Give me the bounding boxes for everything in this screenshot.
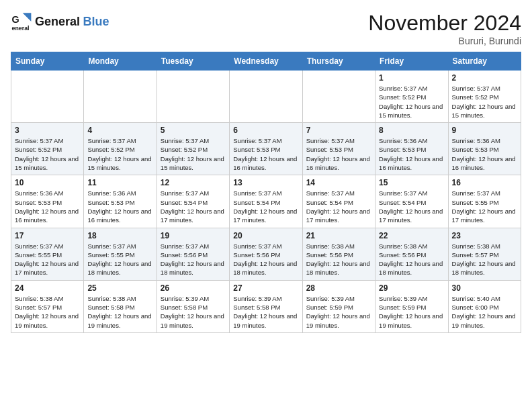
calendar-day-cell: 4Sunrise: 5:37 AMSunset: 5:52 PMDaylight… bbox=[84, 123, 157, 175]
header-monday: Monday bbox=[84, 52, 157, 71]
day-info: Sunrise: 5:39 AMSunset: 5:58 PMDaylight:… bbox=[161, 294, 226, 330]
logo: G eneral General Blue bbox=[11, 11, 109, 32]
day-number: 13 bbox=[233, 178, 298, 187]
calendar-day-cell: 16Sunrise: 5:37 AMSunset: 5:55 PMDayligh… bbox=[448, 175, 521, 228]
calendar-day-cell: 21Sunrise: 5:38 AMSunset: 5:56 PMDayligh… bbox=[302, 228, 375, 280]
day-info: Sunrise: 5:37 AMSunset: 5:56 PMDaylight:… bbox=[161, 242, 226, 277]
day-info: Sunrise: 5:38 AMSunset: 5:57 PMDaylight:… bbox=[15, 294, 80, 330]
calendar-day-cell: 26Sunrise: 5:39 AMSunset: 5:58 PMDayligh… bbox=[157, 280, 229, 332]
day-info: Sunrise: 5:37 AMSunset: 5:52 PMDaylight:… bbox=[379, 84, 444, 120]
header-thursday: Thursday bbox=[302, 52, 375, 71]
day-info: Sunrise: 5:37 AMSunset: 5:54 PMDaylight:… bbox=[306, 189, 371, 224]
day-info: Sunrise: 5:38 AMSunset: 5:58 PMDaylight:… bbox=[87, 294, 152, 330]
title-block: November 2024 Bururi, Burundi bbox=[368, 11, 521, 46]
calendar-day-cell: 19Sunrise: 5:37 AMSunset: 5:56 PMDayligh… bbox=[157, 228, 229, 280]
day-number: 1 bbox=[379, 73, 444, 83]
calendar-day-cell: 28Sunrise: 5:39 AMSunset: 5:59 PMDayligh… bbox=[302, 280, 375, 332]
calendar-day-cell: 2Sunrise: 5:37 AMSunset: 5:52 PMDaylight… bbox=[448, 71, 521, 123]
day-info: Sunrise: 5:37 AMSunset: 5:52 PMDaylight:… bbox=[15, 136, 80, 172]
day-number: 9 bbox=[452, 126, 517, 135]
month-title: November 2024 bbox=[368, 11, 521, 36]
day-number: 30 bbox=[452, 283, 517, 293]
day-info: Sunrise: 5:36 AMSunset: 5:53 PMDaylight:… bbox=[379, 136, 444, 172]
day-number: 22 bbox=[379, 231, 444, 240]
day-number: 16 bbox=[452, 178, 517, 187]
calendar-day-cell: 22Sunrise: 5:38 AMSunset: 5:56 PMDayligh… bbox=[375, 228, 448, 280]
day-info: Sunrise: 5:36 AMSunset: 5:53 PMDaylight:… bbox=[452, 136, 517, 172]
day-number: 14 bbox=[306, 178, 371, 187]
day-number: 8 bbox=[379, 126, 444, 135]
day-number: 17 bbox=[15, 231, 80, 240]
calendar-day-cell bbox=[11, 71, 84, 123]
logo-icon: G eneral bbox=[11, 11, 32, 32]
day-number: 19 bbox=[161, 231, 226, 240]
calendar-day-cell: 23Sunrise: 5:38 AMSunset: 5:57 PMDayligh… bbox=[448, 228, 521, 280]
calendar-day-cell: 25Sunrise: 5:38 AMSunset: 5:58 PMDayligh… bbox=[84, 280, 157, 332]
day-info: Sunrise: 5:37 AMSunset: 5:55 PMDaylight:… bbox=[452, 189, 517, 224]
day-info: Sunrise: 5:37 AMSunset: 5:54 PMDaylight:… bbox=[233, 189, 298, 224]
day-number: 10 bbox=[15, 178, 80, 187]
day-number: 5 bbox=[161, 126, 226, 135]
calendar-day-cell: 10Sunrise: 5:36 AMSunset: 5:53 PMDayligh… bbox=[11, 175, 84, 228]
day-number: 29 bbox=[379, 283, 444, 293]
calendar-table: Sunday Monday Tuesday Wednesday Thursday… bbox=[11, 52, 521, 333]
calendar-week-row: 1Sunrise: 5:37 AMSunset: 5:52 PMDaylight… bbox=[11, 71, 521, 123]
day-info: Sunrise: 5:36 AMSunset: 5:53 PMDaylight:… bbox=[15, 189, 80, 224]
day-info: Sunrise: 5:39 AMSunset: 5:58 PMDaylight:… bbox=[233, 294, 298, 330]
day-number: 25 bbox=[87, 283, 152, 293]
logo-line1: General bbox=[35, 15, 80, 28]
day-info: Sunrise: 5:39 AMSunset: 5:59 PMDaylight:… bbox=[306, 294, 371, 330]
header-tuesday: Tuesday bbox=[157, 52, 229, 71]
day-info: Sunrise: 5:37 AMSunset: 5:55 PMDaylight:… bbox=[87, 242, 152, 277]
day-number: 23 bbox=[452, 231, 517, 240]
calendar-day-cell: 11Sunrise: 5:36 AMSunset: 5:53 PMDayligh… bbox=[84, 175, 157, 228]
day-info: Sunrise: 5:37 AMSunset: 5:52 PMDaylight:… bbox=[452, 84, 517, 120]
day-number: 18 bbox=[87, 231, 152, 240]
location: Bururi, Burundi bbox=[368, 36, 521, 46]
calendar-week-row: 17Sunrise: 5:37 AMSunset: 5:55 PMDayligh… bbox=[11, 228, 521, 280]
calendar-day-cell bbox=[302, 71, 375, 123]
page-header: G eneral General Blue November 2024 Buru… bbox=[11, 11, 521, 46]
day-info: Sunrise: 5:38 AMSunset: 5:56 PMDaylight:… bbox=[306, 242, 371, 277]
calendar-day-cell: 14Sunrise: 5:37 AMSunset: 5:54 PMDayligh… bbox=[302, 175, 375, 228]
logo-text: General Blue bbox=[35, 15, 109, 29]
day-info: Sunrise: 5:40 AMSunset: 6:00 PMDaylight:… bbox=[452, 294, 517, 330]
day-info: Sunrise: 5:37 AMSunset: 5:53 PMDaylight:… bbox=[306, 136, 371, 172]
day-number: 11 bbox=[87, 178, 152, 187]
header-saturday: Saturday bbox=[448, 52, 521, 71]
day-number: 2 bbox=[452, 73, 517, 83]
calendar-day-cell: 29Sunrise: 5:39 AMSunset: 5:59 PMDayligh… bbox=[375, 280, 448, 332]
calendar-week-row: 3Sunrise: 5:37 AMSunset: 5:52 PMDaylight… bbox=[11, 123, 521, 175]
day-number: 21 bbox=[306, 231, 371, 240]
day-number: 20 bbox=[233, 231, 298, 240]
day-number: 26 bbox=[161, 283, 226, 293]
day-info: Sunrise: 5:37 AMSunset: 5:54 PMDaylight:… bbox=[379, 189, 444, 224]
day-info: Sunrise: 5:39 AMSunset: 5:59 PMDaylight:… bbox=[379, 294, 444, 330]
calendar-day-cell bbox=[230, 71, 302, 123]
day-info: Sunrise: 5:37 AMSunset: 5:52 PMDaylight:… bbox=[87, 136, 152, 172]
calendar-header-row: Sunday Monday Tuesday Wednesday Thursday… bbox=[11, 52, 521, 71]
calendar-day-cell: 3Sunrise: 5:37 AMSunset: 5:52 PMDaylight… bbox=[11, 123, 84, 175]
day-info: Sunrise: 5:36 AMSunset: 5:53 PMDaylight:… bbox=[87, 189, 152, 224]
calendar-day-cell: 17Sunrise: 5:37 AMSunset: 5:55 PMDayligh… bbox=[11, 228, 84, 280]
calendar-day-cell: 6Sunrise: 5:37 AMSunset: 5:53 PMDaylight… bbox=[230, 123, 302, 175]
day-number: 7 bbox=[306, 126, 371, 135]
day-number: 28 bbox=[306, 283, 371, 293]
svg-text:G: G bbox=[12, 14, 19, 25]
calendar-day-cell: 24Sunrise: 5:38 AMSunset: 5:57 PMDayligh… bbox=[11, 280, 84, 332]
day-number: 3 bbox=[15, 126, 80, 135]
day-info: Sunrise: 5:37 AMSunset: 5:55 PMDaylight:… bbox=[15, 242, 80, 277]
calendar-day-cell: 15Sunrise: 5:37 AMSunset: 5:54 PMDayligh… bbox=[375, 175, 448, 228]
calendar-day-cell: 30Sunrise: 5:40 AMSunset: 6:00 PMDayligh… bbox=[448, 280, 521, 332]
day-info: Sunrise: 5:38 AMSunset: 5:57 PMDaylight:… bbox=[452, 242, 517, 277]
calendar-day-cell: 7Sunrise: 5:37 AMSunset: 5:53 PMDaylight… bbox=[302, 123, 375, 175]
day-info: Sunrise: 5:37 AMSunset: 5:56 PMDaylight:… bbox=[233, 242, 298, 277]
calendar-day-cell: 12Sunrise: 5:37 AMSunset: 5:54 PMDayligh… bbox=[157, 175, 229, 228]
day-number: 27 bbox=[233, 283, 298, 293]
logo-line2: Blue bbox=[83, 15, 109, 28]
calendar-day-cell: 18Sunrise: 5:37 AMSunset: 5:55 PMDayligh… bbox=[84, 228, 157, 280]
header-sunday: Sunday bbox=[11, 52, 84, 71]
header-wednesday: Wednesday bbox=[230, 52, 302, 71]
svg-text:eneral: eneral bbox=[12, 25, 30, 32]
calendar-day-cell: 27Sunrise: 5:39 AMSunset: 5:58 PMDayligh… bbox=[230, 280, 302, 332]
